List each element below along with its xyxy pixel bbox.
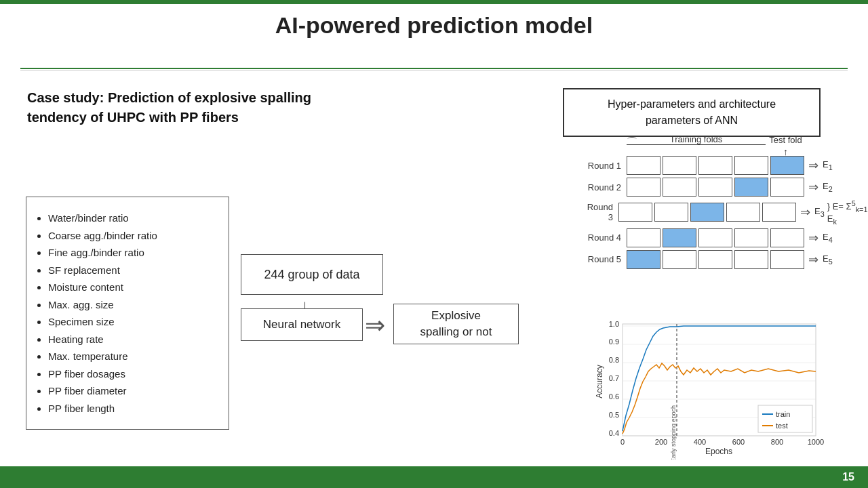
svg-text:Early stopping epoch: Early stopping epoch — [670, 405, 677, 460]
features-list-box: Water/binder ratioCoarse agg./binder rat… — [26, 197, 229, 430]
cv-row-5: Round 5 ⇒ E5 — [585, 250, 868, 269]
bullet-item: Max. temperature — [48, 348, 216, 365]
bullet-item: Coarse agg./binder ratio — [48, 227, 216, 245]
fold-labels-row: Training folds ⌒ Test fold ↑ — [585, 134, 868, 145]
bullet-item: PP fiber diameter — [48, 382, 216, 400]
svg-text:0.6: 0.6 — [609, 392, 619, 401]
svg-text:400: 400 — [694, 438, 706, 446]
svg-text:200: 200 — [655, 438, 667, 446]
svg-text:0: 0 — [620, 438, 625, 446]
bullet-item: Moisture content — [48, 279, 216, 296]
bullet-item: Specimen size — [48, 313, 216, 331]
svg-text:train: train — [776, 410, 790, 418]
svg-text:0.4: 0.4 — [609, 429, 619, 437]
title-separator-gray — [20, 70, 848, 70]
svg-text:1000: 1000 — [808, 438, 824, 446]
svg-text:Epochs: Epochs — [705, 447, 732, 456]
cv-row-3: Round 3 ⇒ E3 } E= Σ5k=1 Ek — [585, 199, 868, 226]
bullet-item: Heating rate — [48, 331, 216, 348]
features-list: Water/binder ratioCoarse agg./binder rat… — [33, 209, 216, 417]
cv-row-2: Round 2 ⇒ E2 — [585, 178, 868, 197]
svg-text:0.8: 0.8 — [609, 356, 619, 364]
svg-text:800: 800 — [771, 438, 783, 446]
bottom-bar: 15 — [0, 466, 868, 488]
svg-text:1.0: 1.0 — [609, 320, 619, 328]
bullet-item: Water/binder ratio — [48, 209, 216, 227]
slide-number: 15 — [842, 471, 854, 483]
data-count-box: 244 group of data — [241, 254, 383, 295]
output-box: Explosive spalling or not — [393, 304, 519, 344]
case-study-title: Case study: Prediction of explosive spal… — [27, 88, 311, 127]
cv-row-4: Round 4 ⇒ E4 — [585, 228, 868, 247]
svg-text:600: 600 — [732, 438, 745, 446]
test-fold-label: Test fold ↑ — [768, 135, 804, 145]
training-folds-label: Training folds ⌒ — [627, 134, 766, 145]
title-separator-green — [20, 68, 848, 69]
svg-text:0.7: 0.7 — [609, 374, 619, 382]
svg-text:Accuracy: Accuracy — [595, 365, 604, 398]
cv-rows-container: Round 1 ⇒ E1 Round 2 ⇒ E2 — [585, 156, 868, 269]
cv-row-1: Round 1 ⇒ E1 — [585, 156, 868, 175]
hyper-params-box: Hyper-parameters and architecture parame… — [563, 88, 821, 137]
cv-diagram: Training folds ⌒ Test fold ↑ Round 1 ⇒ E… — [585, 134, 868, 272]
top-decorative-bar — [0, 0, 868, 4]
bullet-item: PP fiber dosages — [48, 365, 216, 383]
accuracy-chart: 0.4 0.5 0.6 0.7 0.8 0.9 1.0 0 200 400 60… — [595, 317, 826, 460]
slide-title: AI-powered prediction model — [0, 12, 868, 39]
svg-text:0.9: 0.9 — [609, 338, 619, 346]
bullet-item: SF replacement — [48, 262, 216, 279]
svg-text:0.5: 0.5 — [609, 411, 619, 419]
nn-arrow: ⇒ — [365, 313, 385, 338]
chart-svg: 0.4 0.5 0.6 0.7 0.8 0.9 1.0 0 200 400 60… — [595, 317, 826, 460]
bullet-item: Fine agg./binder ratio — [48, 244, 216, 262]
svg-text:test: test — [776, 422, 788, 430]
neural-network-box: Neural network — [241, 308, 363, 341]
bullet-item: Max. agg. size — [48, 296, 216, 314]
bullet-item: PP fiber length — [48, 400, 216, 418]
